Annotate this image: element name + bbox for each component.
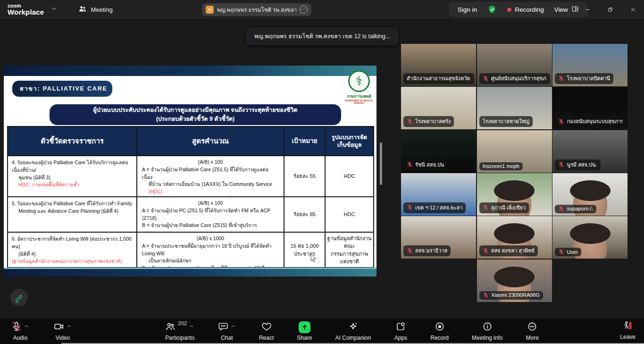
toolbar-react-button[interactable]: React (257, 320, 276, 342)
toolbar-apps-button[interactable]: Apps (393, 320, 409, 342)
indicator-table: ตัวชี้วัดตรวจราชการ สูตรคำนวณ เป้าหมาย ร… (7, 126, 374, 268)
toolbar-label: More (526, 335, 539, 341)
cell-target: ร้อยละ 55 (284, 156, 325, 196)
participant-tile[interactable]: supaporn /- (552, 173, 627, 216)
participant-tile[interactable]: Xiaomi 23090RA98G (477, 260, 552, 302)
mic-muted-icon (11, 321, 22, 332)
doc-tab-icon: พ (206, 6, 214, 14)
participants-icon (165, 321, 176, 332)
meeting-toolbar: AudioVideo 202ParticipantsChatReactShare… (0, 319, 644, 344)
participant-tile[interactable]: สสจ สงขลา สุวพิทย์ (477, 216, 552, 259)
participant-tile[interactable]: กองสนับสนุนระบบสุขภาพ... (552, 87, 627, 129)
chevron-up-icon[interactable] (67, 322, 72, 331)
mic-muted-icon (558, 118, 564, 125)
shared-screen-slide: สาขา: PALLIATIVE CARE ⚕ กรมการแพทย์ DEPA… (4, 66, 376, 277)
mic-muted-icon (407, 161, 413, 168)
slide-branch-label: สาขา: PALLIATIVE CARE (12, 81, 112, 97)
toolbar-chat-button[interactable]: Chat (216, 320, 238, 342)
mic-muted-icon (407, 118, 413, 125)
participant-name-badge: สสจ สงขลา สุวพิทย์ (479, 245, 538, 256)
minimize-button[interactable] (576, 0, 599, 19)
tab-meeting[interactable]: Meeting (78, 5, 112, 15)
close-button[interactable] (621, 0, 644, 19)
topbar-status-pill: Sign in Recording View (449, 2, 587, 17)
recording-dot-icon (507, 8, 511, 12)
cell-formula: (A/B) x 100A = จำนวนผู้ป่วย Palliative C… (136, 156, 284, 196)
moph-logo-name: กรมการแพทย์ (344, 93, 374, 100)
meeting-tab-label: Meeting (91, 6, 112, 13)
toolbar-left-group: AudioVideo (9, 320, 74, 342)
participant-name: สุภาณี เพ็งเขียว (491, 203, 526, 212)
participant-name: กองสนับสนุนระบบสุขภาพ... (567, 117, 622, 126)
chevron-up-icon[interactable] (24, 322, 29, 331)
cell-formula: (A/B) x 100A = จำนวนผู้ป่วย PC (Z51.5) ท… (136, 197, 284, 232)
participant-tile[interactable]: โรงพยาบาลตรัง (401, 87, 476, 129)
participant-tile[interactable]: Inszoom1 moph (477, 130, 552, 173)
participant-name: รัชนี สสจ.ปน (415, 160, 444, 169)
participant-name: สำนักงานสาธารณสุขจังหวัด ... (407, 74, 471, 83)
toolbar-meeting-info-button[interactable]: Meeting info (470, 320, 504, 342)
toolbar-share-button[interactable]: Share (295, 320, 314, 342)
participant-tile[interactable]: นูรมี สสจ.ปน. (552, 130, 627, 173)
toolbar-participants-button[interactable]: 202Participants (163, 320, 197, 342)
cell-indicator: 5. ร้อยละของผู้ป่วย Palliative Care ที่ไ… (8, 197, 136, 232)
sign-in-button[interactable]: Sign in (458, 6, 477, 13)
toolbar-label: Share (297, 335, 312, 341)
toolbar-leave-button[interactable]: Leave (618, 320, 637, 340)
view-label: View (554, 6, 568, 13)
toolbar-label: Participants (165, 335, 195, 341)
participant-name-badge: Inszoom1 moph (479, 162, 523, 170)
cell-target: ร้อยละ 85 (284, 197, 325, 232)
participant-name: นูรมี สสจ.ปน. (567, 160, 597, 169)
cell-storage: ฐานข้อมูลสำนักงานคณะ กรรมการสุขภาพแห่งชา… (325, 233, 373, 267)
participant-tile[interactable]: เขต ฯ 12 / สสจ.ยะลา (401, 173, 476, 216)
window-controls (576, 0, 644, 19)
view-button[interactable]: View (554, 5, 579, 14)
talking-toast-text: พญ.พฤกษพร ธรรมโชติ รพ.สงขลา เขต 12 is ta… (254, 32, 390, 41)
pencil-icon (14, 293, 25, 303)
workspace-chevron-down-icon[interactable] (50, 5, 58, 14)
participant-name: สสจ สงขลา สุวพิทย์ (491, 246, 535, 255)
participant-name-badge: สำนักงานสาธารณสุขจังหวัด ... (403, 73, 474, 84)
slide-bottom-gradient-bar (4, 268, 376, 277)
slide-scrollbar[interactable] (380, 143, 382, 185)
toolbar-more-button[interactable]: More (524, 320, 541, 342)
indicator-table-header: ตัวชี้วัดตรวจราชการ สูตรคำนวณ เป้าหมาย ร… (8, 127, 373, 155)
toolbar-video-button[interactable]: Video (52, 320, 74, 342)
cell-indicator: 4. ร้อยละของผู้ป่วย Palliative Care ได้ร… (8, 156, 136, 196)
participant-name-badge: นูรมี สสจ.ปน. (555, 159, 600, 170)
participant-tile[interactable]: สสจ.นราธิวาส (401, 216, 476, 259)
heart-icon (261, 321, 272, 332)
participant-tile[interactable]: User (552, 216, 627, 259)
toolbar-label: Apps (394, 335, 407, 341)
toolbar-record-button[interactable]: Record (428, 320, 451, 342)
toolbar-leave-group: Leave (618, 320, 637, 342)
zoom-workplace-logo[interactable]: zoom Workplace (8, 3, 44, 16)
banner-line2: (ประกอบด้วยตัวชี้วัด 9 ตัวชี้วัด) (156, 115, 235, 124)
recording-indicator[interactable]: Recording (507, 6, 544, 13)
participant-tile[interactable]: โรงพยาบาลปัตตานี (552, 44, 627, 86)
participant-tile[interactable]: สำนักงานสาธารณสุขจังหวัด ... (401, 44, 476, 86)
restore-button[interactable] (599, 0, 621, 19)
chevron-up-icon[interactable] (231, 322, 236, 331)
chevron-up-icon[interactable] (189, 322, 194, 331)
toolbar-ai-companion-button[interactable]: AI Companion (334, 320, 373, 342)
participant-tile[interactable]: สุภาณี เพ็งเขียว (477, 173, 552, 216)
participant-tile[interactable]: ศูนย์สนับสนุนบริการสุขภ... (477, 44, 552, 86)
toolbar-audio-button[interactable]: Audio (9, 320, 31, 342)
zoom-meeting-window: zoom Workplace Meeting พ พญ.พฤกษพร ธรรมโ… (0, 0, 644, 344)
doc-tab-more-icon[interactable]: ··· (300, 6, 308, 14)
cell-indicator: 6. อัตราประชากรที่จัดทำ Living Will (ต่อ… (8, 233, 136, 267)
participant-name: โรงพยาบาลปัตตานี (567, 74, 610, 83)
tab-active-document[interactable]: พ พญ.พฤกษพร ธรรมโชติ รพ.สงขลา เขต ··· (202, 3, 311, 16)
banner-line1: ผู้ป่วยแบบประคับประคองได้รับการดูแลอย่าง… (93, 106, 298, 115)
participant-name: โรงพยาบาลตรัง (415, 117, 451, 126)
cell-storage: HDC (325, 156, 373, 196)
participant-name: ศูนย์สนับสนุนบริการสุขภ... (491, 74, 547, 83)
security-shield-icon[interactable] (487, 5, 497, 14)
participant-tile[interactable]: โรงพยาบาลหาดใหญ่ (477, 87, 552, 129)
participant-name: Inszoom1 moph (483, 163, 519, 169)
participant-tile[interactable]: รัชนี สสจ.ปน (401, 130, 476, 173)
annotate-button[interactable] (10, 289, 28, 306)
header-storage: รูปแบบการจัด เก็บข้อมูล (325, 127, 373, 155)
